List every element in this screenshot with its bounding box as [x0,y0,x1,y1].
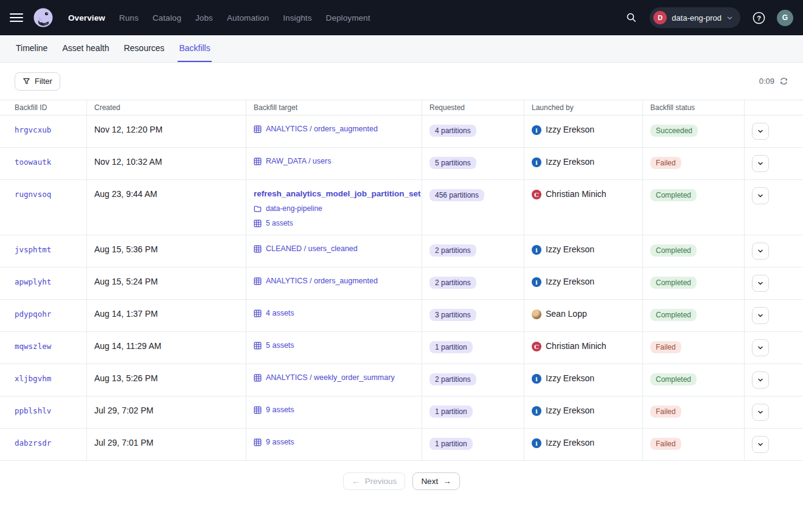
backfill-status-badge: Failed [650,438,681,450]
row-actions-button[interactable] [752,436,769,453]
table-row: jvsphtmt Aug 15, 5:36 PM CLEANED / users… [0,235,803,268]
created-timestamp: Aug 15, 5:36 PM [87,235,246,267]
asset-table-icon [254,406,262,414]
deployment-badge: D [653,11,667,24]
row-actions-button[interactable] [752,187,769,204]
primary-nav-item[interactable]: Runs [119,13,139,22]
refresh-icon[interactable] [779,77,788,86]
requested-partitions-badge: 3 partitions [429,309,476,321]
created-timestamp: Jul 29, 7:01 PM [87,429,246,460]
target-subline-link[interactable]: 5 assets [266,219,293,227]
row-actions-button[interactable] [752,307,769,324]
launched-by-avatar: i [532,125,541,135]
table-row: toowautk Nov 12, 10:32 AM RAW_DATA / use… [0,148,803,180]
tab-asset-health[interactable]: Asset health [61,35,110,62]
row-actions-button[interactable] [752,155,769,172]
previous-page-button[interactable]: ← Previous [343,472,405,490]
chevron-down-icon [757,376,764,384]
user-avatar[interactable]: G [777,10,793,26]
tab-resources[interactable]: Resources [122,35,165,62]
primary-nav-item[interactable]: Automation [227,13,269,22]
backfill-id-link[interactable]: jvsphtmt [15,245,51,254]
backfill-target-link[interactable]: CLEANED / users_cleaned [266,244,358,253]
filter-label: Filter [35,77,52,86]
primary-nav: OverviewRunsCatalogJobsAutomationInsight… [68,13,370,22]
column-header: Created [87,100,246,115]
tab-timeline[interactable]: Timeline [15,35,49,62]
primary-nav-item[interactable]: Deployment [326,13,370,22]
created-timestamp: Aug 14, 11:29 AM [87,332,246,364]
table-row: rugnvsoq Aug 23, 9:44 AM refresh_analyti… [0,180,803,235]
asset-table-icon [254,342,262,350]
backfill-target-link[interactable]: 5 assets [266,341,294,350]
backfill-target-link[interactable]: 4 assets [266,309,294,317]
backfill-target-link[interactable]: 9 assets [266,406,294,414]
menu-icon[interactable] [10,10,24,25]
requested-partitions-badge: 4 partitions [429,125,476,137]
search-icon[interactable] [622,8,641,27]
deployment-switcher[interactable]: D data-eng-prod [650,7,740,28]
backfill-status-badge: Failed [650,406,681,418]
launched-by-avatar: i [532,406,541,416]
created-timestamp: Aug 23, 9:44 AM [87,180,246,235]
backfill-target-link[interactable]: ANALYTICS / weekly_order_summary [266,373,395,382]
backfill-id-link[interactable]: toowautk [15,157,51,167]
row-actions-button[interactable] [752,243,769,260]
primary-nav-item-active[interactable]: Overview [68,13,105,22]
launched-by-name: Izzy Erekson [546,157,594,167]
backfill-status-badge: Completed [650,189,697,201]
backfill-id-link[interactable]: ppblshlv [15,406,51,415]
launched-by-name: Izzy Erekson [546,406,594,415]
backfill-id-link[interactable]: hrgvcxub [15,125,51,134]
overview-tabs: TimelineAsset healthResourcesBackfills [0,35,803,63]
launched-by-avatar: i [532,157,541,167]
chevron-down-icon [757,441,764,448]
help-icon[interactable]: ? [749,8,768,27]
launched-by-avatar: i [532,374,541,384]
launched-by-name: Izzy Erekson [546,244,594,254]
row-actions-button[interactable] [752,371,769,389]
table-row: ppblshlv Jul 29, 7:02 PM 9 assets 1 part… [0,396,803,429]
primary-nav-item[interactable]: Jobs [195,13,213,22]
backfill-status-badge: Succeeded [650,125,698,137]
backfill-id-link[interactable]: rugnvsoq [15,190,51,199]
chevron-down-icon [757,128,764,135]
backfill-id-link[interactable]: mqwszlew [15,342,51,351]
row-actions-button[interactable] [752,404,769,421]
row-actions-button[interactable] [752,275,769,292]
requested-partitions-badge: 5 partitions [429,157,476,169]
table-row: apwplyht Aug 15, 5:24 PM ANALYTICS / ord… [0,268,803,300]
row-actions-button[interactable] [752,339,769,356]
backfill-status-badge: Failed [650,157,681,169]
launched-by-avatar: C [532,190,541,199]
row-actions-button[interactable] [752,123,769,140]
chevron-down-icon [757,344,764,351]
requested-partitions-badge: 2 partitions [429,244,476,257]
backfill-target-link[interactable]: ANALYTICS / orders_augmented [266,125,378,133]
launched-by-avatar: i [532,277,541,287]
tab-backfills[interactable]: Backfills [178,35,211,62]
launched-by-name: Izzy Erekson [546,125,594,134]
primary-nav-item[interactable]: Catalog [153,13,181,22]
primary-nav-item[interactable]: Insights [283,13,311,22]
filter-button[interactable]: Filter [15,72,60,91]
backfill-id-link[interactable]: xljbgvhm [15,374,51,383]
requested-partitions-badge: 1 partition [429,438,473,450]
backfill-target-link[interactable]: ANALYTICS / orders_augmented [266,277,378,285]
chevron-down-icon [757,312,764,319]
arrow-right-icon: → [443,477,451,486]
backfill-target-link[interactable]: RAW_DATA / users [266,157,331,165]
column-header [745,100,803,115]
launched-by-name: Izzy Erekson [546,373,594,383]
backfill-id-link[interactable]: dabzrsdr [15,438,51,447]
target-subline-link[interactable]: data-eng-pipeline [266,204,322,213]
asset-table-icon [254,309,262,317]
backfill-target-link[interactable]: 9 assets [266,438,294,446]
next-page-button[interactable]: Next → [412,472,459,490]
launched-by-name: Christian Minich [546,341,607,351]
backfill-id-link[interactable]: pdypqohr [15,309,51,319]
backfill-id-link[interactable]: apwplyht [15,277,51,286]
backfill-target-link[interactable]: refresh_analytics_model_job_partition_se… [254,189,421,198]
chevron-down-icon [757,247,764,255]
table-header: Backfill IDCreatedBackfill targetRequest… [0,100,803,116]
